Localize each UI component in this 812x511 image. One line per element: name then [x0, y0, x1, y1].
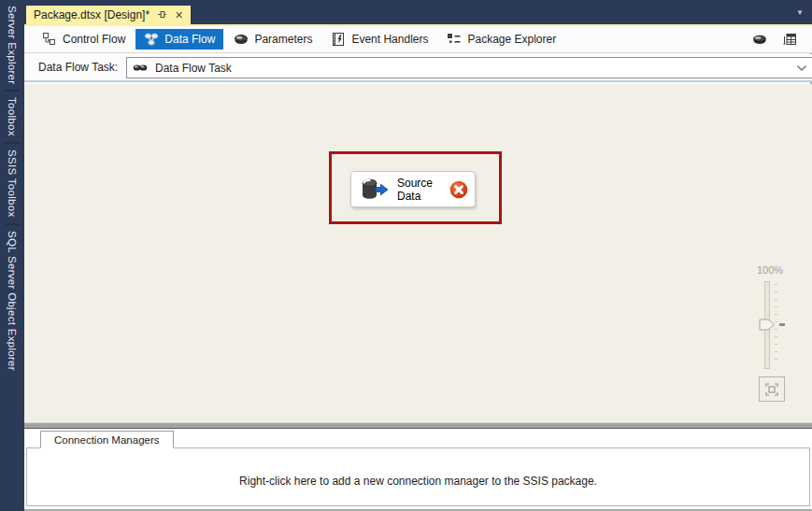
document-tab-package[interactable]: Package.dtsx [Design]* ✕ — [26, 6, 191, 24]
tab-package-explorer[interactable]: Package Explorer — [438, 29, 564, 50]
zoom-level-label: 100% — [757, 264, 783, 276]
connections-splitter[interactable] — [24, 422, 812, 429]
parameters-icon — [234, 32, 249, 47]
package-icon[interactable] — [752, 32, 767, 47]
data-flow-icon — [144, 32, 159, 47]
tab-label: Event Handlers — [351, 33, 428, 46]
designer-view-toolbar: Control Flow Data Flow Parameters Event … — [24, 26, 812, 53]
package-explorer-icon — [447, 32, 462, 47]
tab-parameters[interactable]: Parameters — [225, 29, 321, 50]
document-tab-title: Package.dtsx [Design]* — [34, 8, 150, 21]
connection-managers-hint: Right-click here to add a new connection… — [27, 475, 809, 488]
sidebar-divider — [5, 142, 20, 144]
tab-overflow-icon[interactable]: ▼ — [796, 8, 804, 17]
database-source-icon — [358, 177, 390, 203]
zoom-slider-current-mark — [779, 323, 785, 326]
zoom-slider-handle[interactable] — [759, 319, 776, 331]
event-handlers-icon — [331, 32, 346, 47]
task-selector-row: Data Flow Task: Data Flow Task — [24, 54, 812, 82]
tab-label: Data Flow — [164, 33, 215, 46]
sidebar-item-toolbox[interactable]: Toolbox — [7, 97, 18, 136]
task-selector-label: Data Flow Task: — [38, 61, 118, 74]
tab-control-flow[interactable]: Control Flow — [34, 29, 134, 50]
connection-managers-tab-label: Connection Managers — [54, 434, 160, 446]
variables-grid-icon[interactable] — [782, 32, 797, 47]
component-label: Source Data — [397, 177, 442, 203]
connection-managers-tab[interactable]: Connection Managers — [40, 431, 174, 448]
data-flow-design-surface[interactable]: Source Data 100% — [24, 84, 812, 422]
pin-icon[interactable] — [157, 9, 167, 21]
control-flow-icon — [42, 32, 57, 47]
fit-to-window-icon — [764, 382, 779, 397]
sidebar-item-sql-server-object-explorer[interactable]: SQL Server Object Explorer — [7, 231, 18, 371]
fit-to-window-button[interactable] — [759, 376, 785, 402]
ssis-designer-window: Server Explorer Toolbox SSIS Toolbox SQL… — [0, 0, 812, 511]
document-tab-bar: Package.dtsx [Design]* ✕ ▼ — [24, 0, 812, 24]
data-flow-task-combobox[interactable]: Data Flow Task — [126, 57, 812, 78]
tool-window-sidebar: Server Explorer Toolbox SSIS Toolbox SQL… — [0, 0, 24, 511]
close-icon[interactable]: ✕ — [175, 10, 183, 21]
sidebar-divider — [5, 90, 20, 92]
data-flow-task-icon — [133, 61, 148, 76]
chevron-down-icon[interactable] — [796, 62, 807, 75]
sidebar-item-ssis-toolbox[interactable]: SSIS Toolbox — [7, 149, 18, 217]
source-data-component[interactable]: Source Data — [350, 171, 476, 207]
toolbar-right-icons — [752, 32, 797, 47]
sidebar-divider — [5, 223, 20, 225]
error-icon — [449, 180, 468, 199]
tab-label: Parameters — [254, 33, 312, 46]
tab-label: Package Explorer — [467, 33, 556, 46]
combobox-value: Data Flow Task — [155, 62, 232, 75]
connection-managers-panel: Connection Managers Right-click here to … — [24, 429, 812, 509]
connection-managers-tray[interactable]: Right-click here to add a new connection… — [26, 447, 810, 506]
tab-data-flow[interactable]: Data Flow — [135, 29, 223, 50]
tab-label: Control Flow — [63, 33, 125, 46]
sidebar-item-server-explorer[interactable]: Server Explorer — [7, 6, 18, 84]
tab-event-handlers[interactable]: Event Handlers — [322, 29, 436, 50]
